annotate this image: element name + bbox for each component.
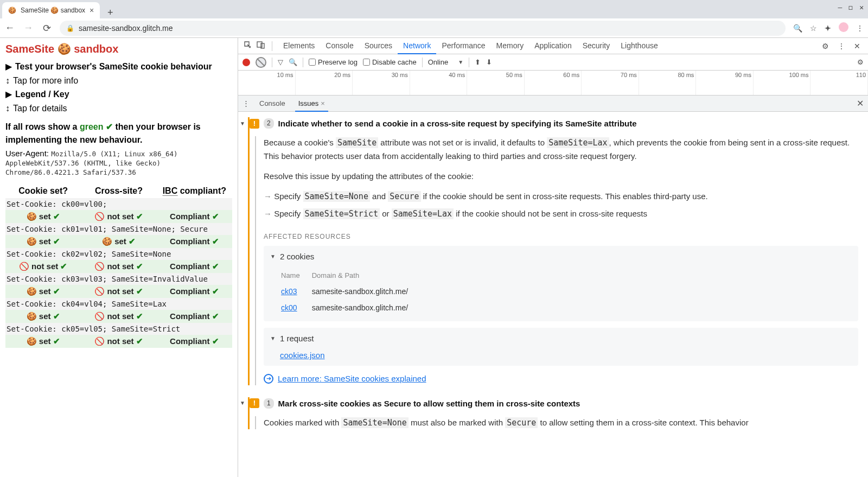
close-window-icon[interactable]: ✕ bbox=[859, 3, 864, 11]
network-toolbar: ▽ 🔍 Preserve log Disable cache Online▼ ⬆… bbox=[238, 54, 868, 71]
set-cookie-header: Set-Cookie: ck00=vl00; bbox=[5, 198, 232, 210]
devtools-tab-memory[interactable]: Memory bbox=[491, 38, 529, 54]
issue-title: Indicate whether to send a cookie in a c… bbox=[278, 117, 637, 130]
menu-icon[interactable]: ⋮ bbox=[856, 24, 864, 33]
url-text: samesite-sandbox.glitch.me bbox=[79, 24, 173, 33]
issue-item: ▼ ! 1 Mark cross-site cookies as Secure … bbox=[248, 397, 858, 430]
devtools-panel: ElementsConsoleSourcesNetworkPerformance… bbox=[238, 38, 868, 477]
external-link-icon: ➔ bbox=[264, 374, 273, 384]
request-link[interactable]: cookies.json bbox=[280, 351, 325, 360]
col-cookie-set: Cookie set? bbox=[5, 184, 81, 198]
profile-avatar[interactable] bbox=[839, 22, 848, 34]
intro-text: If all rows show a green ✔ then your bro… bbox=[5, 120, 232, 147]
zoom-icon[interactable]: 🔍 bbox=[793, 24, 802, 33]
page-title: SameSite 🍪 sandbox bbox=[5, 42, 232, 55]
svg-rect-1 bbox=[261, 43, 264, 48]
nav-item[interactable]: Tap for more info bbox=[5, 74, 232, 88]
more-icon[interactable]: ⋮ bbox=[834, 42, 848, 50]
requests-expander: ▼1 request cookies.json bbox=[264, 328, 858, 366]
new-tab-button[interactable]: + bbox=[107, 7, 113, 18]
inspect-icon[interactable] bbox=[242, 41, 253, 51]
cookie-icon: 🍪 bbox=[8, 6, 16, 15]
address-bar: ← → ⟳ 🔒 samesite-sandbox.glitch.me 🔍 ☆ ✦… bbox=[0, 18, 868, 38]
chevron-down-icon[interactable]: ▼ bbox=[240, 399, 245, 408]
issue-description: Because a cookie's SameSite attribute wa… bbox=[264, 136, 858, 162]
nav-item[interactable]: Test your browser's SameSite cookie beha… bbox=[5, 60, 232, 74]
set-cookie-header: Set-Cookie: ck02=vl02; SameSite=None bbox=[5, 248, 232, 260]
chevron-down-icon: ▼ bbox=[270, 334, 276, 343]
throttling-select[interactable]: Online▼ bbox=[428, 58, 463, 66]
cookies-expander: ▼2 cookies NameDomain & Path ck03samesit… bbox=[264, 246, 858, 321]
col-cross-site: Cross-site? bbox=[81, 184, 156, 198]
upload-icon[interactable]: ⬆ bbox=[475, 58, 481, 66]
nav-item[interactable]: Tap for details bbox=[5, 101, 232, 116]
devtools-tab-security[interactable]: Security bbox=[577, 38, 616, 54]
issue-count: 1 bbox=[264, 398, 274, 409]
url-field[interactable]: 🔒 samesite-sandbox.glitch.me bbox=[60, 21, 786, 36]
devtools-tab-application[interactable]: Application bbox=[529, 38, 577, 54]
tab-bar: 🍪 SameSite 🍪 sandbox × + — ◻ ✕ bbox=[0, 0, 868, 18]
bookmark-icon[interactable]: ☆ bbox=[810, 24, 817, 33]
network-timeline[interactable]: 10 ms20 ms30 ms40 ms50 ms60 ms70 ms80 ms… bbox=[238, 71, 868, 96]
set-cookie-header: Set-Cookie: ck01=vl01; SameSite=None; Se… bbox=[5, 223, 232, 235]
drawer-close-icon[interactable]: ✕ bbox=[857, 98, 864, 109]
user-agent: User-Agent: Mozilla/5.0 (X11; Linux x86_… bbox=[5, 149, 232, 176]
filter-icon[interactable]: ▽ bbox=[278, 58, 283, 66]
browser-tab[interactable]: 🍪 SameSite 🍪 sandbox × bbox=[2, 2, 100, 18]
search-icon[interactable]: 🔍 bbox=[289, 58, 297, 66]
warning-icon: ! bbox=[250, 119, 259, 129]
extensions-icon[interactable]: ✦ bbox=[825, 24, 831, 33]
settings-icon[interactable]: ⚙ bbox=[819, 42, 832, 50]
set-cookie-header: Set-Cookie: ck04=vl04; SameSite=Lax bbox=[5, 298, 232, 310]
chevron-down-icon[interactable]: ▼ bbox=[240, 119, 245, 128]
cookie-link[interactable]: ck03 bbox=[281, 287, 297, 296]
issue-title: Mark cross-site cookies as Secure to all… bbox=[278, 397, 580, 410]
maximize-icon[interactable]: ◻ bbox=[848, 3, 853, 11]
issue-count: 2 bbox=[264, 118, 274, 129]
devtools-close-icon[interactable]: ✕ bbox=[851, 42, 864, 50]
set-cookie-header: Set-Cookie: ck03=vl03; SameSite=InvalidV… bbox=[5, 273, 232, 285]
tab-title: SameSite 🍪 sandbox bbox=[21, 7, 85, 14]
learn-more: ➔ Learn more: SameSite cookies explained bbox=[264, 372, 858, 385]
tab-close-icon[interactable]: × bbox=[90, 6, 94, 15]
reload-button[interactable]: ⟳ bbox=[41, 22, 52, 34]
forward-button[interactable]: → bbox=[23, 22, 34, 34]
drawer-tab-issues[interactable]: Issues× bbox=[295, 96, 328, 112]
close-icon[interactable]: × bbox=[321, 99, 325, 107]
drawer-tabs: ⋮ Console Issues× ✕ bbox=[238, 96, 868, 112]
cookie-link[interactable]: ck00 bbox=[281, 303, 297, 312]
devtools-tab-network[interactable]: Network bbox=[398, 38, 436, 54]
window-controls: — ◻ ✕ bbox=[838, 3, 864, 11]
devtools-tab-sources[interactable]: Sources bbox=[359, 38, 398, 54]
cookie-table: Cookie set? Cross-site? IBC compliant? S… bbox=[5, 184, 232, 348]
device-toggle-icon[interactable] bbox=[256, 41, 266, 51]
page-content: SameSite 🍪 sandbox Test your browser's S… bbox=[0, 38, 238, 477]
set-cookie-header: Set-Cookie: ck05=vl05; SameSite=Strict bbox=[5, 323, 232, 335]
devtools-tabs: ElementsConsoleSourcesNetworkPerformance… bbox=[238, 38, 868, 54]
devtools-tab-elements[interactable]: Elements bbox=[278, 38, 320, 54]
record-button[interactable] bbox=[242, 59, 250, 66]
minimize-icon[interactable]: — bbox=[838, 3, 843, 11]
network-settings-icon[interactable]: ⚙ bbox=[857, 58, 864, 66]
drawer-tab-console[interactable]: Console bbox=[256, 96, 289, 111]
issue-description: Cookies marked with SameSite=None must a… bbox=[264, 416, 858, 429]
chevron-down-icon: ▼ bbox=[270, 252, 276, 261]
col-ibc: IBC compliant? bbox=[157, 184, 232, 198]
chevron-down-icon: ▼ bbox=[458, 59, 463, 65]
back-button[interactable]: ← bbox=[4, 22, 15, 34]
warning-icon: ! bbox=[250, 398, 259, 408]
issues-panel: ▼ ! 2 Indicate whether to send a cookie … bbox=[238, 112, 868, 477]
nav-item[interactable]: Legend / Key bbox=[5, 87, 232, 101]
drawer-menu-icon[interactable]: ⋮ bbox=[242, 99, 250, 107]
devtools-tab-lighthouse[interactable]: Lighthouse bbox=[615, 38, 663, 54]
disable-cache-checkbox[interactable]: Disable cache bbox=[363, 58, 417, 66]
lock-icon: 🔒 bbox=[66, 24, 74, 32]
issue-item: ▼ ! 2 Indicate whether to send a cookie … bbox=[248, 117, 858, 385]
affected-resources-heading: AFFECTED RESOURCES bbox=[264, 232, 858, 242]
preserve-log-checkbox[interactable]: Preserve log bbox=[309, 58, 358, 66]
clear-button[interactable] bbox=[256, 57, 266, 68]
learn-more-link[interactable]: Learn more: SameSite cookies explained bbox=[278, 372, 426, 385]
devtools-tab-performance[interactable]: Performance bbox=[436, 38, 490, 54]
download-icon[interactable]: ⬇ bbox=[486, 58, 492, 66]
devtools-tab-console[interactable]: Console bbox=[320, 38, 359, 54]
